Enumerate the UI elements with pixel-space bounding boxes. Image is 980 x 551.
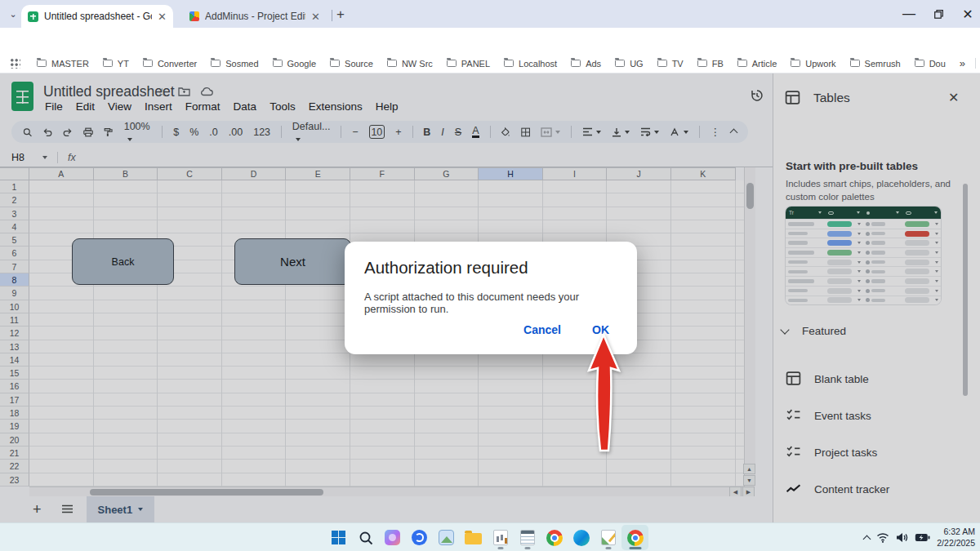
- windows-taskbar: 6:32 AM 2/22/2025: [0, 522, 980, 551]
- folder-icon: [447, 60, 457, 67]
- folder-icon: [273, 60, 283, 67]
- tab-title: AddMinus - Project Editor - Ap: [205, 11, 305, 22]
- red-pointer-arrow: [577, 330, 629, 460]
- battery-icon[interactable]: [915, 533, 930, 542]
- window-minimize-button[interactable]: —: [895, 0, 923, 28]
- clock[interactable]: 6:32 AM 2/22/2025: [937, 527, 975, 549]
- bookmark-tv[interactable]: TV: [657, 59, 684, 69]
- divider: [975, 58, 976, 69]
- bookmark-source[interactable]: Source: [330, 59, 373, 69]
- file-explorer-icon[interactable]: [460, 525, 487, 550]
- folder-icon: [737, 60, 747, 67]
- bookmark-panel[interactable]: PANEL: [447, 59, 490, 69]
- folder-icon: [504, 60, 514, 67]
- tab-search-icon[interactable]: ⌄: [7, 7, 20, 20]
- sync-app-icon[interactable]: [406, 525, 433, 550]
- media-app-icon[interactable]: [433, 525, 460, 550]
- notepad-app-icon[interactable]: [514, 525, 541, 550]
- bookmark-sosmed[interactable]: Sosmed: [211, 59, 258, 69]
- bookmark-converter[interactable]: Converter: [143, 59, 197, 69]
- bookmark-localhost[interactable]: Localhost: [504, 59, 557, 69]
- sheets-favicon: [28, 11, 38, 22]
- folder-icon: [211, 60, 220, 67]
- new-tab-button[interactable]: +: [336, 7, 345, 23]
- folder-icon: [143, 60, 153, 67]
- chrome-icon[interactable]: [541, 525, 568, 550]
- tab-strip: ⌄ Untitled spreadsheet - Google ✕ AddMin…: [0, 0, 980, 28]
- folder-icon: [103, 60, 113, 67]
- bookmark-fb[interactable]: FB: [697, 59, 724, 69]
- browser-navbar: docs.google.com/spreadsheets/d/1B3hHEpz1…: [0, 28, 980, 54]
- folder-icon: [850, 60, 860, 67]
- bookmark-semrush[interactable]: Semrush: [850, 59, 901, 69]
- bookmark-nw-src[interactable]: NW Src: [387, 59, 433, 69]
- chrome-active-icon[interactable]: [621, 525, 648, 550]
- browser-tab-active[interactable]: Untitled spreadsheet - Google ✕: [21, 5, 173, 28]
- window-close-button[interactable]: ✕: [954, 0, 980, 28]
- bookmark-yt[interactable]: YT: [103, 59, 129, 69]
- folder-icon: [387, 60, 397, 67]
- bookmark-article[interactable]: Article: [737, 59, 777, 69]
- taskbar-search-icon[interactable]: [352, 525, 379, 550]
- bookmark-ads[interactable]: Ads: [571, 59, 601, 69]
- folder-icon: [571, 60, 581, 67]
- bookmark-ug[interactable]: UG: [615, 59, 644, 69]
- folder-icon: [330, 60, 340, 67]
- edge-icon[interactable]: [568, 525, 595, 550]
- tab-divider: [332, 10, 332, 21]
- bookmarks-bar: MASTERYTConverterSosmedGoogleSourceNW Sr…: [0, 54, 980, 73]
- tab-close-icon[interactable]: ✕: [311, 11, 320, 22]
- folder-icon: [915, 60, 924, 67]
- bookmark-dou[interactable]: Dou: [915, 59, 946, 69]
- stats-app-icon[interactable]: [487, 525, 514, 550]
- volume-icon[interactable]: [896, 532, 908, 543]
- bookmark-google[interactable]: Google: [273, 59, 316, 69]
- browser-tab-inactive[interactable]: AddMinus - Project Editor - Ap ✕: [183, 6, 327, 27]
- bookmarks-overflow-chevron[interactable]: »: [960, 57, 965, 69]
- photos-app-icon[interactable]: [379, 525, 406, 550]
- bookmark-upwork[interactable]: Upwork: [791, 59, 835, 69]
- window-restore-button[interactable]: [924, 0, 952, 28]
- editor-app-icon[interactable]: [595, 525, 621, 550]
- folder-icon: [615, 60, 625, 67]
- bookmark-master[interactable]: MASTER: [37, 59, 89, 69]
- tray-chevron-icon[interactable]: [863, 535, 871, 543]
- folder-icon: [37, 60, 47, 67]
- wifi-icon[interactable]: [876, 532, 889, 543]
- folder-icon: [697, 60, 707, 67]
- apps-script-favicon: [189, 11, 199, 21]
- dialog-body: A script attached to this document needs…: [364, 291, 617, 315]
- folder-icon: [791, 60, 800, 67]
- cancel-button[interactable]: Cancel: [514, 318, 571, 341]
- apps-grid-icon[interactable]: [10, 58, 20, 69]
- dialog-title: Authorization required: [364, 258, 617, 278]
- start-button[interactable]: [325, 525, 352, 550]
- folder-icon: [657, 60, 667, 67]
- tab-title: Untitled spreadsheet - Google: [44, 11, 152, 22]
- tab-close-icon[interactable]: ✕: [158, 11, 167, 22]
